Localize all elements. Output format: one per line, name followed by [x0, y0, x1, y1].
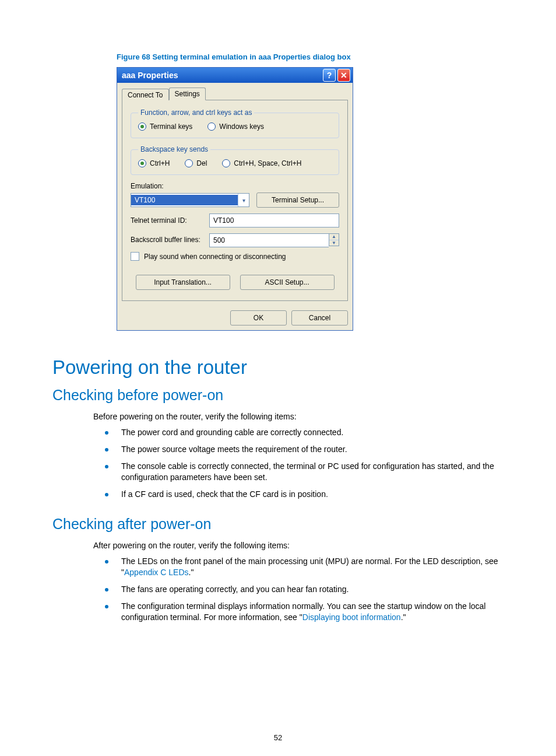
tab-connect-to[interactable]: Connect To	[122, 89, 169, 100]
radio-label: Terminal keys	[150, 123, 192, 131]
telnet-id-label: Telnet terminal ID:	[131, 216, 209, 225]
telnet-id-field[interactable]: VT100	[209, 214, 339, 228]
backscroll-field[interactable]: 500	[209, 233, 329, 247]
heading-powering-on: Powering on the router	[52, 356, 509, 379]
cancel-button[interactable]: Cancel	[291, 310, 348, 326]
input-translation-button[interactable]: Input Translation...	[136, 275, 230, 290]
emulation-select[interactable]: VT100 ▾	[131, 193, 249, 207]
backscroll-label: Backscroll buffer lines:	[131, 236, 209, 244]
before-list: The power cord and grounding cable are c…	[105, 427, 509, 505]
ok-button[interactable]: OK	[230, 310, 287, 326]
emulation-label: Emulation:	[131, 182, 339, 190]
tab-settings[interactable]: Settings	[169, 88, 206, 100]
backscroll-stepper[interactable]: ▲ ▼	[329, 233, 339, 246]
radio-terminal-keys[interactable]: Terminal keys	[138, 123, 192, 131]
tab-strip: Connect To Settings	[122, 88, 348, 100]
figure-caption: Figure 68 Setting terminal emulation in …	[117, 52, 509, 61]
emulation-value: VT100	[131, 195, 238, 205]
backspace-legend: Backspace key sends	[138, 145, 210, 153]
titlebar: aaa Properties ? ✕	[117, 68, 353, 83]
list-item: The LEDs on the front panel of the main …	[105, 556, 509, 584]
list-item: The console cable is correctly connected…	[105, 461, 509, 489]
close-button[interactable]: ✕	[337, 69, 350, 82]
page-number: 52	[0, 733, 556, 742]
backspace-group: Backspace key sends Ctrl+H Del Ctrl+H, S…	[131, 145, 339, 175]
help-icon: ?	[327, 71, 332, 80]
chevron-down-icon: ▾	[238, 194, 249, 206]
list-item: The power cord and grounding cable are c…	[105, 427, 509, 444]
radio-label: Del	[196, 159, 207, 167]
radio-ctrl-h-space[interactable]: Ctrl+H, Space, Ctrl+H	[222, 159, 301, 167]
text: ."	[189, 568, 194, 577]
before-paragraph: Before powering on the router, verify th…	[93, 412, 509, 421]
radio-label: Windows keys	[219, 123, 264, 131]
radio-label: Ctrl+H, Space, Ctrl+H	[234, 159, 301, 167]
radio-icon	[138, 123, 146, 131]
ascii-setup-button[interactable]: ASCII Setup...	[240, 275, 335, 290]
after-paragraph: After powering on the router, verify the…	[93, 541, 509, 550]
function-keys-legend: Function, arrow, and ctrl keys act as	[138, 108, 254, 117]
close-icon: ✕	[340, 71, 347, 80]
radio-del[interactable]: Del	[185, 159, 207, 167]
radio-label: Ctrl+H	[150, 159, 170, 167]
boot-info-link[interactable]: Displaying boot information	[302, 612, 401, 622]
list-item: If a CF card is used, check that the CF …	[105, 489, 509, 506]
properties-dialog: aaa Properties ? ✕ Connect To Settings F…	[117, 67, 353, 331]
radio-icon	[185, 159, 193, 167]
after-list: The LEDs on the front panel of the main …	[105, 556, 509, 628]
radio-icon	[222, 159, 230, 167]
heading-after-power-on: Checking after power-on	[52, 516, 509, 533]
checkbox-icon	[131, 252, 139, 261]
play-sound-checkbox[interactable]: Play sound when connecting or disconnect…	[131, 252, 339, 261]
text: ."	[401, 612, 406, 622]
radio-icon	[138, 159, 146, 167]
radio-icon	[207, 123, 216, 131]
list-item: The configuration terminal displays info…	[105, 601, 509, 629]
spin-up-icon: ▲	[329, 234, 339, 240]
radio-ctrl-h[interactable]: Ctrl+H	[138, 159, 170, 167]
dialog-title: aaa Properties	[119, 71, 321, 80]
play-sound-label: Play sound when connecting or disconnect…	[144, 253, 286, 261]
heading-before-power-on: Checking before power-on	[52, 387, 509, 404]
tab-body: Function, arrow, and ctrl keys act as Te…	[122, 100, 348, 301]
appendix-c-link[interactable]: Appendix C LEDs	[124, 568, 189, 577]
spin-down-icon: ▼	[329, 240, 339, 246]
radio-windows-keys[interactable]: Windows keys	[207, 123, 264, 131]
terminal-setup-button[interactable]: Terminal Setup...	[256, 192, 339, 208]
list-item: The power source voltage meets the requi…	[105, 444, 509, 461]
function-keys-group: Function, arrow, and ctrl keys act as Te…	[131, 108, 339, 138]
list-item: The fans are operating correctly, and yo…	[105, 584, 509, 601]
help-button[interactable]: ?	[323, 69, 336, 82]
